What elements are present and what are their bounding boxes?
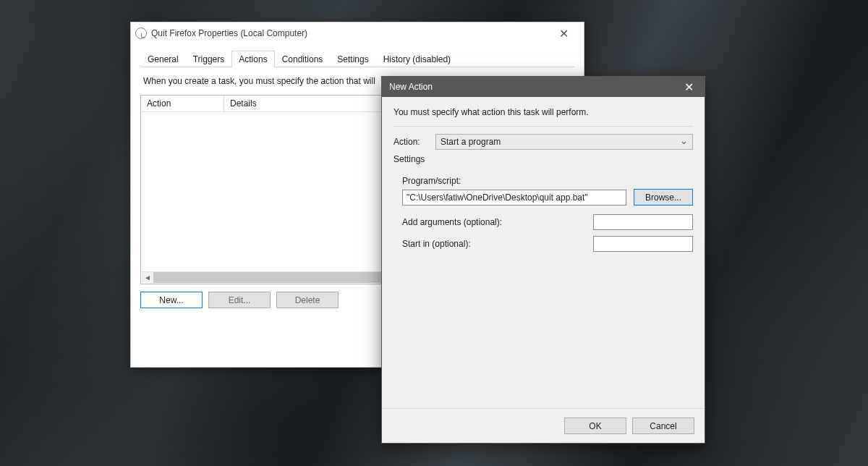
tab-general[interactable]: General xyxy=(140,51,186,67)
properties-title: Quit Firefox Properties (Local Computer) xyxy=(151,28,307,38)
tab-actions[interactable]: Actions xyxy=(231,51,274,67)
start-in-row: Start in (optional): xyxy=(402,236,693,252)
close-icon[interactable]: ✕ xyxy=(548,22,579,44)
program-script-row: "C:\Users\fatiw\OneDrive\Desktop\quit ap… xyxy=(402,189,693,206)
program-script-label: Program/script: xyxy=(402,176,693,186)
start-in-label: Start in (optional): xyxy=(402,239,593,249)
start-in-input[interactable] xyxy=(593,236,693,252)
arguments-input[interactable] xyxy=(593,214,693,230)
delete-button[interactable]: Delete xyxy=(276,292,339,308)
close-icon[interactable]: ✕ xyxy=(673,77,705,97)
arguments-label: Add arguments (optional): xyxy=(402,217,593,227)
tab-settings[interactable]: Settings xyxy=(330,51,375,67)
arguments-row: Add arguments (optional): xyxy=(402,214,693,230)
scroll-left-icon[interactable]: ◄ xyxy=(142,272,153,284)
browse-button[interactable]: Browse... xyxy=(634,189,693,206)
action-select-value: Start a program xyxy=(441,137,501,147)
tab-history[interactable]: History (disabled) xyxy=(376,51,458,67)
edit-button[interactable]: Edit... xyxy=(208,292,271,308)
tab-triggers[interactable]: Triggers xyxy=(186,51,232,67)
new-action-footer: OK Cancel xyxy=(382,408,705,443)
new-action-body: You must specify what action this task w… xyxy=(382,97,705,265)
action-select[interactable]: Start a program xyxy=(435,134,693,150)
cancel-button[interactable]: Cancel xyxy=(632,418,694,434)
column-header-action[interactable]: Action xyxy=(141,96,224,111)
settings-section-label: Settings xyxy=(393,154,693,164)
new-action-dialog: New Action ✕ You must specify what actio… xyxy=(381,76,705,444)
scroll-thumb[interactable] xyxy=(153,272,398,283)
new-action-title: New Action xyxy=(389,82,433,92)
settings-section: Program/script: "C:\Users\fatiw\OneDrive… xyxy=(393,169,693,252)
tab-conditions[interactable]: Conditions xyxy=(275,51,331,67)
ok-button[interactable]: OK xyxy=(564,418,626,434)
properties-titlebar[interactable]: Quit Firefox Properties (Local Computer)… xyxy=(131,22,584,44)
action-select-row: Action: Start a program xyxy=(393,134,693,150)
program-script-input[interactable]: "C:\Users\fatiw\OneDrive\Desktop\quit ap… xyxy=(402,190,626,206)
new-action-titlebar[interactable]: New Action ✕ xyxy=(382,77,705,97)
new-button[interactable]: New... xyxy=(140,292,203,308)
properties-tabstrip: General Triggers Actions Conditions Sett… xyxy=(140,50,574,67)
new-action-instruction: You must specify what action this task w… xyxy=(393,107,693,127)
task-scheduler-icon xyxy=(135,27,147,39)
action-label: Action: xyxy=(393,137,435,147)
